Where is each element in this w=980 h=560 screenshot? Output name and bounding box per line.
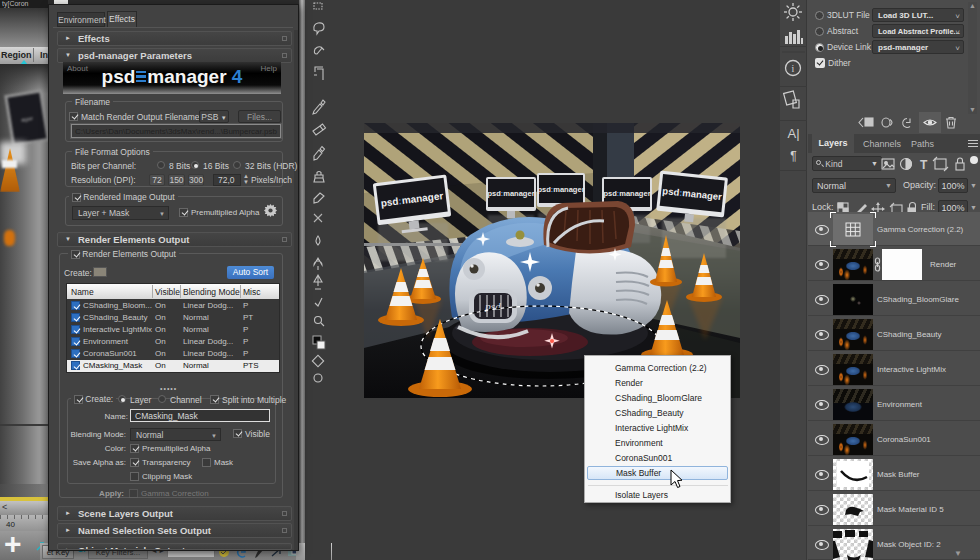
svg-text:psd:manager: psd:manager (537, 185, 584, 194)
svg-text:T: T (920, 158, 928, 172)
svg-text:psd:manager: psd:manager (487, 189, 534, 198)
svg-text:psd:manager: psd:manager (603, 189, 650, 198)
svg-text:i: i (792, 63, 795, 74)
